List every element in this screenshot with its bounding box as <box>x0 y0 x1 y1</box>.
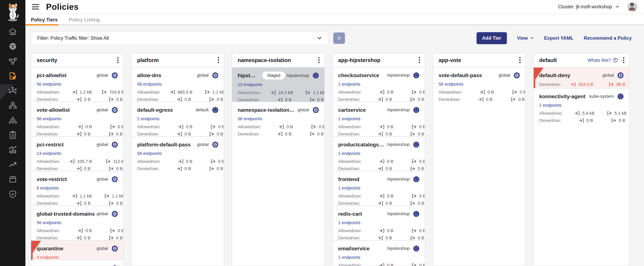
kebab-menu-icon[interactable] <box>519 57 521 64</box>
policy-card-default-egress[interactable]: default-egress default ns 2 endpoints Al… <box>132 102 224 136</box>
metrics-chart-icon[interactable] <box>8 145 17 154</box>
policy-card-konnectivity-agent[interactable]: konnectivity-agent kube-system ns 2 endp… <box>534 88 629 123</box>
kebab-menu-icon[interactable] <box>217 57 220 64</box>
endpoints-link[interactable]: 56 endpoints <box>137 151 162 156</box>
egress-icon <box>108 236 114 240</box>
policy-card-productcatalogservice[interactable]: productcatalogservice hipstershop ns 1 e… <box>332 136 425 171</box>
egress-value: 0 B <box>397 97 424 102</box>
endpoints-link[interactable]: 1 endpoints <box>338 151 360 156</box>
threat-defense-shield-icon[interactable] <box>8 190 17 198</box>
packages-box-icon[interactable] <box>8 175 17 184</box>
endpoints-link[interactable]: 1 endpoints <box>338 186 360 190</box>
ingress-icon <box>72 90 78 94</box>
policy-card-pci-allowlist[interactable]: pci-allowlist global 56 endpoints Allowe… <box>31 67 123 102</box>
endpoints-link[interactable]: 1 endpoints <box>338 116 360 121</box>
kebab-menu-icon[interactable] <box>318 57 320 64</box>
policy-card-pci-restrict[interactable]: pci-restrict global 13 endpoints Allowed… <box>31 136 123 171</box>
clusters-icon[interactable] <box>8 116 17 125</box>
policy-card-quarantine[interactable]: quarantine global 0 endpoints <box>31 240 123 260</box>
policy-card-namespace-isolation-default-p[interactable]: namespace-isolation-default-p… global 56… <box>232 102 324 136</box>
policy-card-hipstershop-gh[interactable]: hipstershop-gh… Staged hipstershop ns 13… <box>232 67 324 102</box>
policy-card-vote-default-pass[interactable]: vote-default-pass global 56 endpoints Al… <box>433 67 525 102</box>
export-yaml-button[interactable]: Export YAML <box>544 36 574 41</box>
endpoints-link[interactable]: 1 endpoints <box>338 220 360 225</box>
policy-card-emailservice[interactable]: emailservice hipstershop ns 1 endpoints … <box>332 240 425 266</box>
endpoints-link[interactable]: 56 endpoints <box>137 82 162 87</box>
tab-policy-listing[interactable]: Policy Listing <box>63 14 105 26</box>
traffic-row-label: Allowed/sec <box>338 228 361 233</box>
global-scope-icon <box>111 210 118 218</box>
ingress-icon <box>177 166 182 171</box>
policy-card-vote-restrict[interactable]: vote-restrict global 6 endpoints Allowed… <box>31 171 123 206</box>
ingress-value: 665.5 B <box>160 90 192 95</box>
traffic-row: Allowed/sec 0 B 0 B <box>37 123 118 130</box>
egress-value: 5.1 kB <box>600 111 626 116</box>
endpoints-link[interactable]: 56 endpoints <box>37 82 61 87</box>
add-tier-button[interactable]: Add Tier <box>476 32 507 44</box>
egress-value: 0 B <box>499 90 525 95</box>
user-avatar[interactable] <box>627 2 638 12</box>
traffic-row: Denied/sec 0 B 0 B <box>37 96 118 102</box>
egress-icon <box>611 118 617 123</box>
endpoints-link[interactable]: 2 endpoints <box>137 116 160 121</box>
page-title: Policies <box>46 2 79 12</box>
flow-visualization-icon[interactable] <box>8 86 17 95</box>
egress-value: 0 B <box>96 166 123 171</box>
home-icon[interactable] <box>8 27 17 36</box>
hamburger-menu-icon[interactable] <box>32 4 39 10</box>
trend-arrow-icon[interactable] <box>8 160 17 169</box>
endpoints-tree-icon[interactable] <box>8 101 17 110</box>
policy-card-default-deny[interactable]: default-deny global Denied/sec 353.5 B 9… <box>534 67 629 88</box>
endpoints-link[interactable]: 56 endpoints <box>37 116 61 121</box>
endpoints-link[interactable]: 1 endpoints <box>338 82 360 87</box>
ingress-icon <box>379 194 385 198</box>
traffic-row-label: Denied/sec <box>137 97 159 102</box>
policy-name: security-default-pass <box>37 265 89 266</box>
endpoints-link[interactable]: 56 endpoints <box>238 116 262 121</box>
service-graph-icon[interactable] <box>8 57 17 66</box>
endpoints-link[interactable]: 0 endpoints <box>37 255 59 260</box>
policy-card-security-default-pass[interactable]: security-default-pass global <box>31 260 123 266</box>
endpoints-link[interactable]: 2 endpoints <box>539 103 562 108</box>
tab-policy-tiers[interactable]: Policy Tiers <box>26 14 63 26</box>
kebab-menu-icon[interactable] <box>622 57 625 64</box>
policy-card-vote-allowlist[interactable]: vote-allowlist global 56 endpoints Allow… <box>31 102 123 136</box>
egress-icon <box>204 90 210 94</box>
traffic-row: Allowed/sec 0 B 0 B <box>439 88 520 96</box>
policy-card-allow-dns[interactable]: allow-dns global 56 endpoints Allowed/se… <box>132 67 224 102</box>
kebab-menu-icon[interactable] <box>418 57 420 64</box>
traffic-rows: Allowed/sec 1.1 kB 1.1 kB Denied/sec 0 B… <box>37 192 118 206</box>
policy-name: pci-allowlist <box>37 72 67 78</box>
endpoints-link[interactable]: 1 endpoints <box>338 255 360 260</box>
recommend-policy-button[interactable]: Recommend a Policy <box>584 36 632 41</box>
policy-card-checkoutservice[interactable]: checkoutservice hipstershop ns 1 endpoin… <box>332 67 425 102</box>
policy-card-cartservice[interactable]: cartservice hipstershop ns 1 endpoints A… <box>332 102 425 136</box>
egress-value: 0 B <box>397 201 424 206</box>
kebab-menu-icon[interactable] <box>117 57 119 64</box>
compliance-clipboard-icon[interactable] <box>8 130 17 140</box>
endpoints-link[interactable]: 56 endpoints <box>439 82 463 87</box>
view-menu-button[interactable]: View <box>517 36 534 41</box>
dashboard-gauge-icon[interactable] <box>8 42 17 51</box>
endpoints-link[interactable]: 13 endpoints <box>37 151 61 156</box>
calico-cat-logo <box>4 2 22 22</box>
endpoints-link[interactable]: 56 endpoints <box>37 220 61 225</box>
clear-filter-button[interactable] <box>333 32 345 44</box>
ingress-value: 0 B <box>259 98 292 102</box>
policy-card-frontend[interactable]: frontend hipstershop ns 1 endpoints Allo… <box>332 171 425 206</box>
policy-card-redis-cart[interactable]: redis-cart hipstershop ns 1 endpoints Al… <box>332 206 425 240</box>
whats-this-link[interactable]: Whats this? <box>588 58 618 63</box>
namespace-scope-icon: ns <box>413 72 420 79</box>
cluster-selector[interactable]: Cluster: jlt-msft-workshop <box>558 4 620 10</box>
endpoints-link[interactable]: 13 endpoints <box>238 82 262 87</box>
traffic-row: Denied/sec 0 B 0 B <box>539 117 624 123</box>
egress-icon <box>411 263 417 266</box>
policy-card-platform-default-pass[interactable]: platform-default-pass global 56 endpoint… <box>132 136 224 171</box>
traffic-filter-select[interactable]: Filter: Policy Traffic filter: Show All <box>31 32 328 45</box>
policy-name: redis-cart <box>338 211 362 217</box>
cluster-label: Cluster: jlt-msft-workshop <box>558 4 612 10</box>
endpoints-link[interactable]: 6 endpoints <box>37 186 59 190</box>
policy-card-global-trusted-domains[interactable]: global-trusted-domains global 56 endpoin… <box>31 206 123 240</box>
ingress-value: 0 B <box>361 194 394 198</box>
policies-icon[interactable] <box>8 72 17 80</box>
